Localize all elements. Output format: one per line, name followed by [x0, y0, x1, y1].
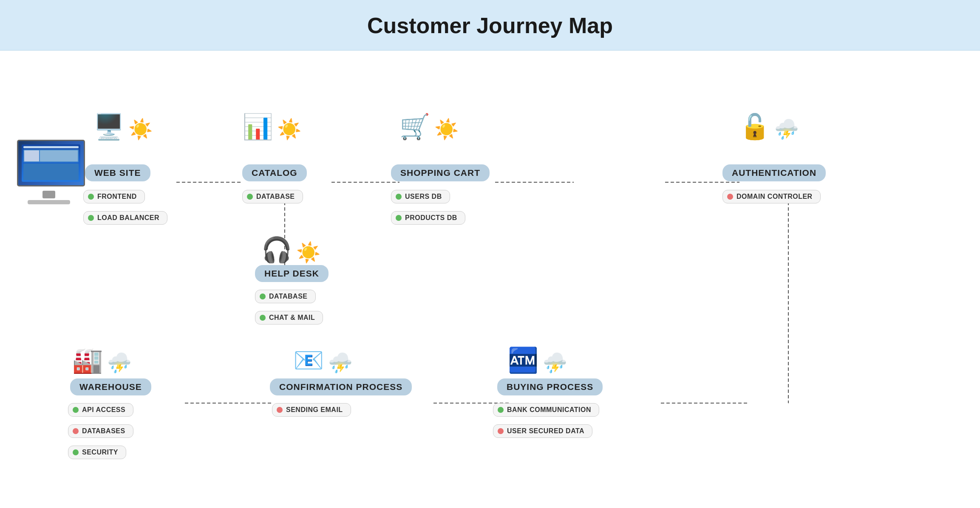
warehouse-databases: DATABASES: [68, 424, 133, 438]
catalog-database: DATABASE: [242, 190, 303, 203]
website-frontend: FRONTEND: [83, 190, 145, 203]
buying-icons: 🏧 ⛈️: [508, 348, 567, 373]
confirmation-label: CONFIRMATION PROCESS: [270, 378, 412, 395]
shoppingcart-productsdb: PRODUCTS DB: [391, 211, 465, 225]
helpdesk-label: HELP DESK: [255, 265, 329, 282]
helpdesk-chatmail: CHAT & MAIL: [255, 311, 323, 325]
website-loadbalancer: LOAD BALANCER: [83, 211, 167, 225]
website-label: WEB SITE: [85, 164, 150, 181]
warehouse-api: API ACCESS: [68, 403, 133, 417]
authentication-icons: 🔓 ⛈️: [739, 114, 799, 139]
main-canvas: 🖥️ ☀️ WEB SITE FRONTEND LOAD BALANCER 📊 …: [0, 51, 980, 508]
shoppingcart-usersdb: USERS DB: [391, 190, 450, 203]
page-title: Customer Journey Map: [0, 13, 980, 38]
shoppingcart-icons: 🛒 ☀️: [399, 114, 459, 139]
confirmation-email: SENDING EMAIL: [272, 403, 351, 417]
catalog-icons: 📊 ☀️: [242, 114, 301, 139]
helpdesk-icons: 🎧 ☀️: [261, 237, 320, 262]
authentication-label: AUTHENTICATION: [722, 164, 826, 181]
catalog-label: CATALOG: [242, 164, 307, 181]
website-icons: 🖥️ ☀️: [93, 114, 153, 139]
warehouse-security: SECURITY: [68, 446, 126, 459]
buying-bank: BANK COMMUNICATION: [493, 403, 599, 417]
header: Customer Journey Map: [0, 0, 980, 51]
confirmation-icons: 📧 ⛈️: [293, 348, 352, 373]
warehouse-label: WAREHOUSE: [70, 378, 151, 395]
buying-userdata: USER SECURED DATA: [493, 424, 592, 438]
warehouse-icons: 🏭 ⛈️: [72, 348, 131, 373]
authentication-domain: DOMAIN CONTROLER: [722, 190, 821, 203]
shoppingcart-label: SHOPPING CART: [391, 164, 490, 181]
buying-label: BUYING PROCESS: [497, 378, 603, 395]
helpdesk-database: DATABASE: [255, 290, 316, 303]
